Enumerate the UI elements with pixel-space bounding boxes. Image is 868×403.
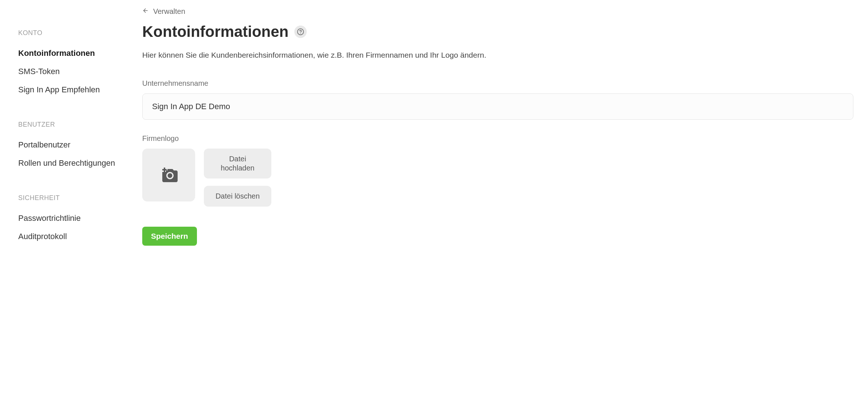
sidebar-item-kontoinformationen[interactable]: Kontoinformationen <box>18 44 139 62</box>
sidebar-item-portalbenutzer[interactable]: Portalbenutzer <box>18 136 139 154</box>
logo-buttons: Datei hochladen Datei löschen <box>204 149 271 207</box>
sidebar-item-auditprotokoll[interactable]: Auditprotokoll <box>18 227 139 246</box>
logo-row: Datei hochladen Datei löschen <box>142 149 853 207</box>
sidebar-item-sms-token[interactable]: SMS-Token <box>18 62 139 81</box>
sidebar-item-sign-in-app-empfehlen[interactable]: Sign In App Empfehlen <box>18 81 139 99</box>
company-name-input[interactable] <box>142 93 853 120</box>
breadcrumb[interactable]: Verwalten <box>142 7 853 16</box>
arrow-left-icon <box>142 7 149 16</box>
help-icon[interactable] <box>294 26 307 38</box>
sidebar-section-header: KONTO <box>18 29 139 37</box>
save-button[interactable]: Speichern <box>142 227 197 246</box>
sidebar-section-header: BENUTZER <box>18 121 139 128</box>
add-photo-icon <box>160 165 178 184</box>
logo-field: Firmenlogo Datei hochladen Datei löschen <box>142 134 853 207</box>
page-description: Hier können Sie die Kundenbereichsinform… <box>142 49 853 61</box>
sidebar-section-header: SICHERHEIT <box>18 194 139 202</box>
page-title: Kontoinformationen <box>142 23 288 41</box>
delete-file-button[interactable]: Datei löschen <box>204 186 271 207</box>
sidebar-section-sicherheit: SICHERHEIT Passwortrichtlinie Auditproto… <box>18 194 139 246</box>
sidebar-item-rollen-und-berechtigungen[interactable]: Rollen und Berechtigungen <box>18 154 139 172</box>
main-content: Verwalten Kontoinformationen Hier können… <box>139 0 868 268</box>
logo-label: Firmenlogo <box>142 134 853 143</box>
title-row: Kontoinformationen <box>142 23 853 41</box>
sidebar-section-konto: KONTO Kontoinformationen SMS-Token Sign … <box>18 29 139 99</box>
company-name-field: Unternehmensname <box>142 79 853 134</box>
sidebar-item-passwortrichtlinie[interactable]: Passwortrichtlinie <box>18 209 139 227</box>
logo-preview[interactable] <box>142 149 195 202</box>
sidebar-section-benutzer: BENUTZER Portalbenutzer Rollen und Berec… <box>18 121 139 172</box>
sidebar: KONTO Kontoinformationen SMS-Token Sign … <box>0 0 139 268</box>
company-name-label: Unternehmensname <box>142 79 853 88</box>
breadcrumb-label: Verwalten <box>153 7 185 16</box>
upload-file-button[interactable]: Datei hochladen <box>204 149 271 179</box>
